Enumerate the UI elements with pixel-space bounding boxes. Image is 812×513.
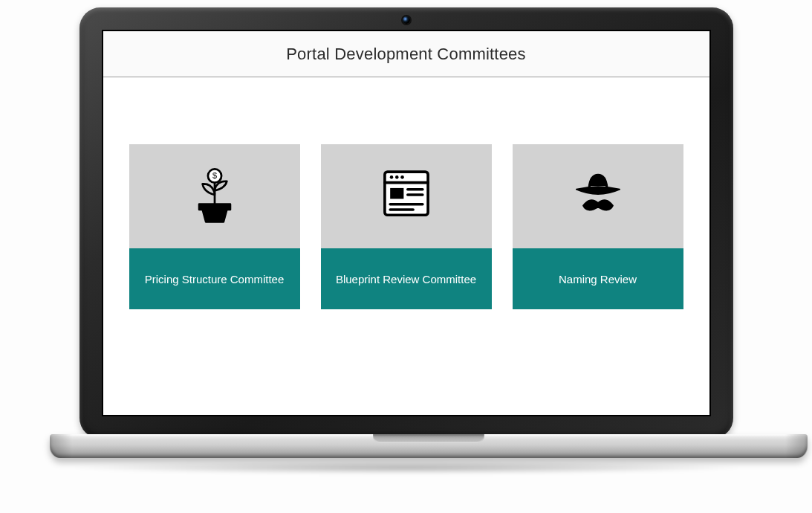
money-plant-icon (185, 165, 244, 228)
card-label: Naming Review (513, 248, 683, 309)
card-pricing-structure[interactable]: Pricing Structure Committee (129, 144, 300, 309)
laptop-notch (373, 434, 484, 443)
laptop-shadow (65, 461, 748, 474)
card-thumb (129, 144, 300, 248)
card-label: Blueprint Review Committee (321, 248, 492, 309)
page-header: Portal Development Committees (103, 31, 709, 77)
camera-icon (403, 16, 410, 24)
page-title: Portal Development Committees (286, 45, 525, 64)
page-body: Pricing Structure Committee Blueprint Re… (103, 77, 709, 415)
hat-mustache-icon (568, 165, 628, 228)
card-naming-review[interactable]: Naming Review (513, 144, 683, 309)
laptop-bezel: Portal Development Committees Pricing St… (79, 7, 733, 439)
screen: Portal Development Committees Pricing St… (102, 30, 711, 416)
card-grid: Pricing Structure Committee Blueprint Re… (129, 144, 683, 309)
card-thumb (513, 144, 683, 248)
card-label: Pricing Structure Committee (129, 248, 300, 309)
card-blueprint-review[interactable]: Blueprint Review Committee (321, 144, 492, 309)
webpage-icon (377, 165, 436, 228)
laptop-base (50, 434, 808, 458)
card-thumb (321, 144, 492, 248)
laptop-mockup: Portal Development Committees Pricing St… (50, 7, 763, 474)
